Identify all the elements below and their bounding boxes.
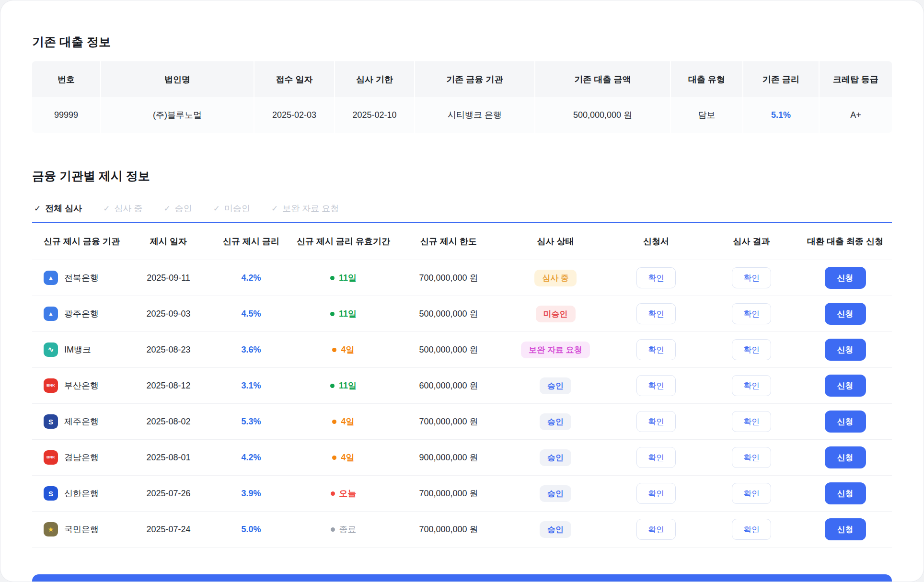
loan-number: 99999 xyxy=(32,97,101,133)
status-cell: 승인 xyxy=(503,476,608,511)
header-grade: 크레탑 등급 xyxy=(820,61,892,97)
apply-button[interactable]: 신청 xyxy=(825,339,866,361)
offer-date: 2025-09-11 xyxy=(127,260,209,296)
apply-button[interactable]: 신청 xyxy=(825,303,866,325)
application-check-button[interactable]: 확인 xyxy=(636,303,676,324)
page: 기존 대출 정보 번호 법인명 접수 일자 심사 기한 기존 금융 기관 기존 … xyxy=(0,0,924,582)
filter-tab-in-review[interactable]: ✓ 심사 중 xyxy=(103,203,142,214)
filter-tab-label: 보완 자료 요청 xyxy=(282,203,339,214)
bank-cell: ▲ 광주은행 xyxy=(32,296,127,331)
offer-row: ▲ 전북은행 2025-09-11 4.2% 11일 700,000,000 원… xyxy=(32,260,892,296)
offer-limit: 500,000,000 원 xyxy=(394,332,503,367)
offer-limit: 500,000,000 원 xyxy=(394,296,503,331)
bottom-cta-bar[interactable] xyxy=(32,574,892,582)
result-check-button[interactable]: 확인 xyxy=(732,483,771,504)
offer-validity: 오늘 xyxy=(293,476,394,511)
validity-text: 4일 xyxy=(341,452,354,463)
offer-limit: 600,000,000 원 xyxy=(394,368,503,403)
status-badge: 승인 xyxy=(540,413,571,430)
offer-rate: 5.0% xyxy=(209,512,293,547)
bank-name: 경남은행 xyxy=(64,452,99,463)
bank-name: 광주은행 xyxy=(64,308,99,320)
bank-name: 국민은행 xyxy=(64,524,99,535)
result-check-button[interactable]: 확인 xyxy=(732,447,771,468)
validity-text: 11일 xyxy=(339,308,357,320)
offer-rate: 4.5% xyxy=(209,296,293,331)
loan-type: 담보 xyxy=(671,97,743,133)
bank-cell: BNK 경남은행 xyxy=(32,440,127,475)
filter-tab-all[interactable]: ✓ 전체 심사 xyxy=(34,203,82,214)
apply-button[interactable]: 신청 xyxy=(825,375,866,397)
result-cell: 확인 xyxy=(705,296,798,331)
existing-loan-table: 번호 법인명 접수 일자 심사 기한 기존 금융 기관 기존 대출 금액 대출 … xyxy=(32,61,892,133)
offer-row: ★ 국민은행 2025-07-24 5.0% 종료 700,000,000 원 … xyxy=(32,512,892,548)
validity-text: 11일 xyxy=(339,380,357,391)
status-cell: 미승인 xyxy=(503,296,608,331)
result-check-button[interactable]: 확인 xyxy=(732,519,771,540)
application-cell: 확인 xyxy=(608,260,705,296)
apply-button[interactable]: 신청 xyxy=(825,411,866,433)
validity-dot-icon xyxy=(330,312,335,316)
header-institution: 기존 금융 기관 xyxy=(415,61,535,97)
result-check-button[interactable]: 확인 xyxy=(732,411,771,432)
apply-cell: 신청 xyxy=(798,476,892,511)
apply-cell: 신청 xyxy=(798,332,892,367)
offer-rate: 3.9% xyxy=(209,476,293,511)
application-check-button[interactable]: 확인 xyxy=(636,447,676,468)
application-cell: 확인 xyxy=(608,512,705,547)
application-check-button[interactable]: 확인 xyxy=(636,411,676,432)
apply-button[interactable]: 신청 xyxy=(825,267,866,289)
status-badge: 심사 중 xyxy=(534,270,577,286)
bank-cell: ∿ IM뱅크 xyxy=(32,332,127,367)
bank-cell: ★ 국민은행 xyxy=(32,512,127,547)
status-badge: 승인 xyxy=(540,485,571,502)
header-rate: 기존 금리 xyxy=(743,61,820,97)
apply-button[interactable]: 신청 xyxy=(825,482,866,504)
offer-date: 2025-08-01 xyxy=(127,440,209,475)
application-check-button[interactable]: 확인 xyxy=(636,519,676,540)
status-cell: 승인 xyxy=(503,404,608,439)
apply-button[interactable]: 신청 xyxy=(825,446,866,468)
application-check-button[interactable]: 확인 xyxy=(636,339,676,360)
jeonbuk-bank-logo-icon: ▲ xyxy=(44,271,58,285)
offer-rate: 3.6% xyxy=(209,332,293,367)
offer-row: BNK 부산은행 2025-08-12 3.1% 11일 600,000,000… xyxy=(32,368,892,404)
status-badge: 승인 xyxy=(540,449,571,466)
application-check-button[interactable]: 확인 xyxy=(636,375,676,396)
application-cell: 확인 xyxy=(608,368,705,403)
filter-tab-rejected[interactable]: ✓ 미승인 xyxy=(213,203,250,214)
kookmin-bank-logo-icon: ★ xyxy=(44,522,58,536)
result-check-button[interactable]: 확인 xyxy=(732,375,771,396)
oheader-limit: 신규 제시 한도 xyxy=(394,223,503,260)
offer-limit: 700,000,000 원 xyxy=(394,476,503,511)
status-cell: 승인 xyxy=(503,512,608,547)
result-check-button[interactable]: 확인 xyxy=(732,267,771,288)
review-deadline: 2025-02-10 xyxy=(335,97,415,133)
shinhan-bank-logo-icon: S xyxy=(44,486,58,501)
offer-rate: 4.2% xyxy=(209,260,293,296)
status-badge: 미승인 xyxy=(536,306,576,322)
header-loan-type: 대출 유형 xyxy=(671,61,743,97)
received-date: 2025-02-03 xyxy=(254,97,335,133)
application-check-button[interactable]: 확인 xyxy=(636,267,676,288)
offers-title: 금융 기관별 제시 정보 xyxy=(32,168,892,183)
filter-tab-docs-request[interactable]: ✓ 보완 자료 요청 xyxy=(271,203,339,214)
result-check-button[interactable]: 확인 xyxy=(732,303,771,324)
corp-name: (주)블루노멀 xyxy=(101,97,254,133)
application-cell: 확인 xyxy=(608,440,705,475)
validity-text: 11일 xyxy=(339,272,357,284)
result-check-button[interactable]: 확인 xyxy=(732,339,771,360)
application-check-button[interactable]: 확인 xyxy=(636,483,676,504)
existing-loan-title: 기존 대출 정보 xyxy=(32,34,892,49)
validity-text: 4일 xyxy=(341,416,354,427)
offer-row: ▲ 광주은행 2025-09-03 4.5% 11일 500,000,000 원… xyxy=(32,296,892,332)
offer-limit: 700,000,000 원 xyxy=(394,404,503,439)
offer-validity: 4일 xyxy=(293,332,394,367)
filter-tab-approved[interactable]: ✓ 승인 xyxy=(164,203,192,214)
offer-rate: 3.1% xyxy=(209,368,293,403)
apply-button[interactable]: 신청 xyxy=(825,518,866,540)
institution: 시티뱅크 은행 xyxy=(415,97,535,133)
check-icon: ✓ xyxy=(103,204,110,214)
check-icon: ✓ xyxy=(271,204,278,214)
validity-dot-icon xyxy=(331,527,335,532)
